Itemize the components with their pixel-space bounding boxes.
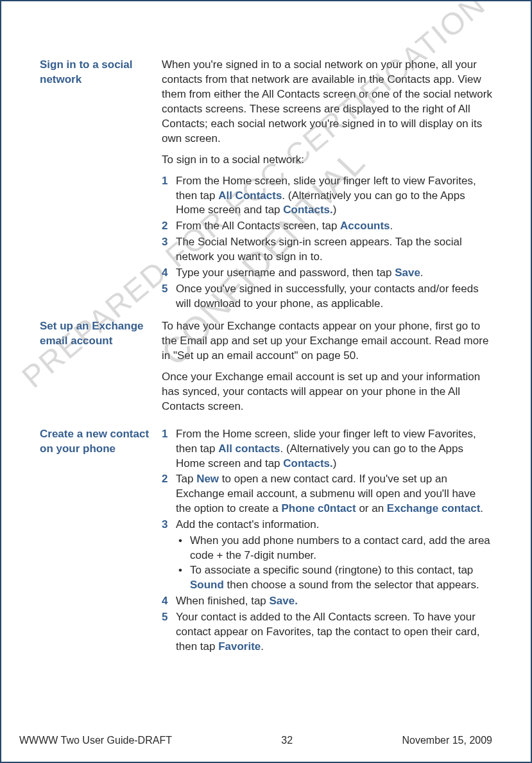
- link-all-contacts: All Contacts: [218, 189, 282, 202]
- bullet-2: To associate a specific sound (ringtone)…: [176, 563, 492, 593]
- exchange-p2: Once your Exchange email account is set …: [162, 370, 492, 414]
- page-footer: WWWW Two User Guide-DRAFT 32 November 15…: [19, 733, 492, 748]
- section-exchange: Set up an Exchange email account To have…: [40, 319, 492, 421]
- step-text: From the Home screen, slide your finger …: [176, 427, 492, 471]
- step-text: When finished, tap Save.: [176, 594, 492, 609]
- body-exchange: To have your Exchange contacts appear on…: [162, 319, 492, 421]
- step-text: Once you've signed in successfully, your…: [176, 282, 492, 311]
- link-all-contacts: All contacts: [218, 443, 280, 455]
- step-text: Tap New to open a new contact card. If y…: [176, 472, 492, 516]
- footer-date: November 15, 2009: [402, 733, 492, 748]
- link-exchange-contact: Exchange contact: [387, 502, 481, 514]
- create-step-5: 5 Your contact is added to the All Conta…: [162, 610, 492, 654]
- footer-page-number: 32: [281, 733, 293, 748]
- create-step-2: 2 Tap New to open a new contact card. If…: [162, 472, 492, 516]
- heading-signin: Sign in to a social network: [40, 58, 162, 313]
- step-text: Type your username and password, then ta…: [176, 266, 492, 281]
- body-signin: When you're signed in to a social networ…: [162, 58, 492, 313]
- create-step-1: 1 From the Home screen, slide your finge…: [162, 427, 492, 471]
- step-number: 5: [162, 610, 176, 654]
- link-phone-contact: Phone c0ntact: [281, 502, 356, 514]
- step-number: 3: [162, 518, 176, 593]
- link-accounts: Accounts: [340, 220, 390, 232]
- step-number: 3: [162, 235, 176, 265]
- step-number: 1: [162, 427, 176, 471]
- signin-step-4: 4 Type your username and password, then …: [162, 266, 492, 281]
- step-number: 4: [162, 266, 176, 281]
- step3-text: Add the contact's information.: [176, 518, 319, 531]
- bullet-1: When you add phone numbers to a contact …: [176, 534, 492, 563]
- section-signin: Sign in to a social network When you're …: [40, 58, 492, 313]
- link-save: Save: [395, 267, 420, 279]
- step-text: Add the contact's information. When you …: [176, 518, 492, 593]
- step-text: Your contact is added to the All Contact…: [176, 610, 492, 654]
- footer-left: WWWW Two User Guide-DRAFT: [19, 733, 172, 748]
- link-save: Save.: [270, 595, 298, 607]
- link-sound: Sound: [190, 579, 224, 591]
- body-create: 1 From the Home screen, slide your finge…: [162, 427, 492, 656]
- bullet-text: When you add phone numbers to a contact …: [190, 534, 492, 563]
- step-number: 1: [162, 174, 176, 218]
- link-contacts: Contacts.: [283, 204, 332, 216]
- heading-exchange: Set up an Exchange email account: [40, 319, 162, 421]
- step-number: 4: [162, 594, 176, 609]
- create-step-4: 4 When finished, tap Save.: [162, 594, 492, 609]
- step-number: 2: [162, 472, 176, 516]
- create-step-3: 3 Add the contact's information. When yo…: [162, 518, 492, 593]
- step-number: 5: [162, 282, 176, 311]
- section-create: Create a new contact on your phone 1 Fro…: [40, 427, 492, 656]
- signin-steps: 1 From the Home screen, slide your finge…: [162, 174, 492, 311]
- heading-create: Create a new contact on your phone: [40, 427, 162, 656]
- signin-step-5: 5 Once you've signed in successfully, yo…: [162, 282, 492, 311]
- link-contacts: Contacts.: [283, 457, 332, 469]
- exchange-p1: To have your Exchange contacts appear on…: [162, 319, 492, 364]
- signin-step-3: 3 The Social Networks sign-in screen app…: [162, 235, 492, 265]
- step-number: 2: [162, 219, 176, 234]
- link-favorite: Favorite: [218, 640, 261, 653]
- bullet-text: To associate a specific sound (ringtone)…: [190, 563, 492, 593]
- step-text: From the Home screen, slide your finger …: [176, 174, 492, 218]
- signin-p1: When you're signed in to a social networ…: [162, 58, 492, 146]
- signin-step-1: 1 From the Home screen, slide your finge…: [162, 174, 492, 218]
- link-new: New: [196, 473, 219, 485]
- signin-p2: To sign in to a social network:: [162, 153, 492, 168]
- step-text: From the All Contacts screen, tap Accoun…: [176, 219, 492, 234]
- create-bullets: When you add phone numbers to a contact …: [176, 534, 492, 593]
- signin-step-2: 2 From the All Contacts screen, tap Acco…: [162, 219, 492, 234]
- create-steps: 1 From the Home screen, slide your finge…: [162, 427, 492, 654]
- step-text: The Social Networks sign-in screen appea…: [176, 235, 492, 265]
